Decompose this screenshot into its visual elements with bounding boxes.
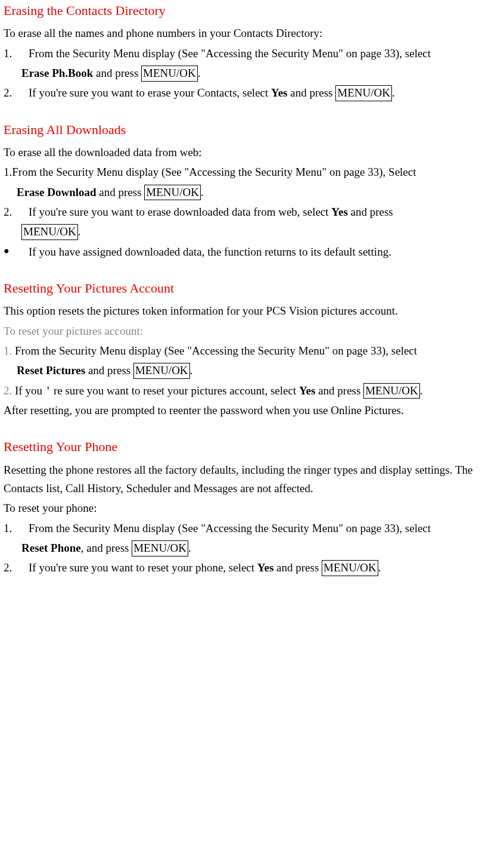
step-number: 1. (4, 519, 29, 537)
key-box: MENU/OK (322, 560, 378, 576)
bold-text: Reset Phone (21, 542, 81, 554)
text: From the Security Menu display (See "Acc… (12, 344, 417, 357)
step-number: 1. (4, 44, 29, 63)
key-box: MENU/OK (335, 85, 392, 101)
section-erasing-contacts: Erasing the Contacts Directory To erase … (4, 0, 499, 102)
text: . (190, 364, 193, 377)
step-number: 1. (4, 344, 12, 357)
bullet-item: ● If you have assigned downloaded data, … (4, 242, 499, 261)
bold-text: Erase Ph.Book (21, 67, 93, 79)
text: If you＇re sure you want to reset your pi… (12, 384, 299, 397)
text: From the Security Menu display (See "Acc… (29, 47, 431, 60)
after-text: After resetting, you are prompted to ree… (4, 401, 499, 419)
text: . (198, 67, 201, 79)
bold-text: Yes (271, 86, 287, 99)
heading: Resetting Your Phone (4, 436, 499, 458)
section-reset-phone: Resetting Your Phone Resetting the phone… (4, 436, 499, 577)
intro-text: Resetting the phone restores all the fac… (4, 461, 499, 498)
intro-text: To erase all the names and phone numbers… (4, 24, 499, 42)
intro-text-gray: To reset your pictures account: (4, 322, 499, 340)
step-body: If you're sure you want to erase your Co… (29, 83, 499, 102)
heading: Erasing the Contacts Directory (4, 0, 499, 21)
step-body: If you're sure you want to reset your ph… (29, 558, 499, 577)
text: If you're sure you want to erase downloa… (29, 206, 331, 218)
step-number: 2. (4, 558, 29, 577)
heading: Resetting Your Pictures Account (4, 278, 499, 299)
key-box: MENU/OK (144, 185, 201, 201)
bullet-text: If you have assigned downloaded data, th… (29, 242, 499, 261)
text: . (378, 561, 381, 574)
key-box: MENU/OK (133, 363, 190, 379)
text: and press (315, 384, 363, 397)
text: and press (85, 364, 133, 377)
text: and press (348, 206, 393, 218)
step-number: 2. (4, 203, 29, 221)
step-2: 2. If you＇re sure you want to reset your… (4, 381, 499, 400)
step-body: From the Security Menu display (See "Acc… (29, 519, 499, 537)
text: . (392, 86, 395, 99)
step-1: 1. From the Security Menu display (See "… (4, 519, 499, 537)
step-1-cont: Reset Pictures and press MENU/OK. (4, 361, 499, 380)
text: From the Security Menu display (See "Acc… (12, 166, 416, 178)
text: . (78, 225, 81, 238)
key-box: MENU/OK (21, 224, 78, 240)
step-body: From the Security Menu display (See "Acc… (29, 44, 499, 63)
text: , and press (81, 542, 132, 554)
step-1: 1. From the Security Menu display (See "… (4, 44, 499, 63)
step-2: 2. If you're sure you want to reset your… (4, 558, 499, 577)
step-1-cont: Erase Ph.Book and press MENU/OK. (4, 64, 499, 82)
text: and press (97, 186, 145, 198)
text: and press (93, 67, 141, 79)
intro-text: To erase all the downloaded data from we… (4, 143, 499, 161)
step-body: If you're sure you want to erase downloa… (29, 203, 499, 221)
bullet-icon: ● (4, 242, 29, 260)
step-2: 2. If you're sure you want to erase down… (4, 203, 499, 221)
text: If you're sure you want to erase your Co… (29, 86, 271, 99)
text: and press (273, 561, 322, 574)
step-1-cont: Reset Phone, and press MENU/OK. (4, 539, 499, 557)
step-2: 2. If you're sure you want to erase your… (4, 83, 499, 102)
step-2-cont: MENU/OK. (4, 222, 499, 241)
text: . (201, 186, 204, 198)
bold-text: Yes (331, 206, 347, 218)
key-box: MENU/OK (132, 540, 188, 556)
bold-text: Reset Pictures (17, 364, 85, 377)
intro-text-2: To reset your phone: (4, 499, 499, 517)
text: . (420, 384, 423, 397)
text: If you're sure you want to reset your ph… (29, 561, 257, 574)
key-box: MENU/OK (363, 383, 420, 399)
section-reset-pictures: Resetting Your Pictures Account This opt… (4, 278, 499, 419)
intro-text: This option resets the pictures token in… (4, 301, 499, 320)
step-1: 1.From the Security Menu display (See "A… (4, 163, 499, 181)
key-box: MENU/OK (141, 66, 198, 82)
step-1: 1. From the Security Menu display (See "… (4, 341, 499, 360)
bold-text: Yes (257, 561, 273, 574)
text: . (188, 542, 191, 554)
step-number: 1. (4, 166, 12, 178)
step-1-cont: Erase Download and press MENU/OK. (4, 183, 499, 201)
text: From the Security Menu display (See "Acc… (29, 522, 431, 534)
step-number: 2. (4, 83, 29, 102)
heading: Erasing All Downloads (4, 119, 499, 141)
section-erasing-downloads: Erasing All Downloads To erase all the d… (4, 119, 499, 261)
bold-text: Yes (299, 384, 315, 397)
text: and press (288, 86, 336, 99)
step-number: 2. (4, 384, 12, 397)
bold-text: Erase Download (17, 186, 97, 198)
